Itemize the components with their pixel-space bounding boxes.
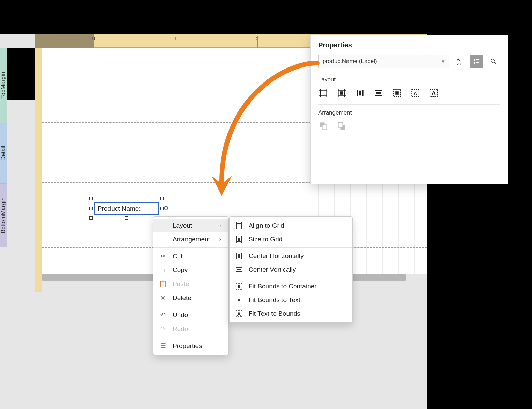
- resize-handle-nw[interactable]: [89, 197, 93, 200]
- fit-bounds-to-text-icon: A: [235, 297, 243, 303]
- menu-label: Fit Bounds to Container: [249, 283, 317, 290]
- menu-label: Paste: [173, 280, 189, 288]
- submenu-fit-bounds-to-container[interactable]: Fit Bounds to Container: [230, 279, 352, 293]
- selected-label[interactable]: Product Name: ⚙: [94, 202, 159, 215]
- layout-tools-row: A A: [318, 88, 500, 98]
- chevron-down-icon: ▾: [442, 58, 445, 65]
- bring-to-front-button[interactable]: [318, 121, 328, 131]
- menu-label: Center Horizontally: [249, 252, 304, 260]
- svg-rect-25: [376, 92, 381, 94]
- menu-separator: [230, 278, 352, 278]
- submenu-center-vertically[interactable]: Center Vertically: [230, 263, 352, 276]
- menu-separator: [153, 337, 228, 337]
- menu-item-layout[interactable]: Layout ›: [153, 219, 228, 232]
- resize-handle-ne[interactable]: [160, 197, 164, 200]
- svg-rect-0: [238, 238, 240, 241]
- svg-rect-2: [241, 253, 242, 259]
- svg-text:A: A: [238, 298, 241, 303]
- band-top-margin[interactable]: TopMargin: [0, 48, 7, 123]
- vertical-ruler[interactable]: [35, 48, 42, 292]
- fit-bounds-to-container-icon: [235, 283, 243, 290]
- menu-label: Copy: [173, 266, 188, 274]
- svg-rect-15: [476, 59, 479, 60]
- sort-alpha-button[interactable]: AZ↓: [453, 55, 466, 68]
- svg-rect-3: [238, 254, 240, 258]
- fit-text-to-bounds-button[interactable]: A: [429, 88, 439, 98]
- menu-label: Arrangement: [173, 236, 210, 243]
- menu-item-properties[interactable]: ☰Properties: [153, 339, 228, 353]
- properties-title: Properties: [318, 41, 500, 49]
- dropdown-value: productName (Label): [323, 58, 377, 65]
- menu-label: Undo: [173, 311, 188, 319]
- resize-handle-w[interactable]: [89, 207, 93, 210]
- svg-rect-22: [359, 91, 361, 95]
- svg-text:A: A: [432, 90, 436, 97]
- svg-rect-8: [238, 285, 240, 288]
- menu-item-copy[interactable]: ⧉Copy: [153, 263, 228, 277]
- section-arrangement-title: Arrangement: [318, 109, 500, 116]
- svg-rect-1: [236, 253, 237, 259]
- align-to-grid-button[interactable]: [318, 88, 328, 98]
- menu-label: Align to Grid: [249, 222, 284, 229]
- band-headers: TopMargin Detail BottomMargin: [0, 48, 35, 247]
- menu-label: Properties: [173, 342, 202, 350]
- menu-label: Redo: [173, 325, 188, 333]
- menu-separator: [153, 247, 228, 248]
- properties-icon: ☰: [159, 342, 167, 350]
- svg-rect-14: [474, 62, 475, 64]
- menu-item-arrangement[interactable]: Arrangement ›: [153, 232, 228, 246]
- sort-az-icon: AZ↓: [457, 57, 462, 66]
- menu-label: Cut: [173, 253, 183, 260]
- menu-label: Size to Grid: [249, 236, 282, 243]
- menu-item-cut[interactable]: ✂Cut: [153, 249, 228, 263]
- search-button[interactable]: [487, 55, 500, 68]
- chevron-right-icon: ›: [219, 236, 221, 242]
- send-to-back-button[interactable]: [337, 121, 347, 131]
- gear-icon[interactable]: ⚙: [163, 204, 169, 212]
- svg-rect-19: [340, 91, 343, 95]
- submenu-fit-text-to-bounds[interactable]: A Fit Text to Bounds: [230, 307, 352, 320]
- submenu-fit-bounds-to-text[interactable]: A Fit Bounds to Text: [230, 293, 352, 307]
- selected-label-text: Product Name:: [98, 205, 141, 212]
- fit-bounds-to-container-button[interactable]: [392, 88, 402, 98]
- align-to-grid-icon: [235, 222, 243, 229]
- menu-separator: [230, 247, 352, 248]
- svg-rect-5: [236, 271, 242, 272]
- fit-text-to-bounds-icon: A: [235, 310, 243, 317]
- size-to-grid-button[interactable]: [337, 88, 347, 98]
- arrangement-tools-row: [318, 121, 500, 131]
- menu-label: Center Vertically: [249, 266, 296, 273]
- resize-handle-s[interactable]: [125, 216, 128, 220]
- svg-rect-24: [375, 95, 382, 96]
- layout-submenu: Align to Grid Size to Grid Center Horizo…: [229, 216, 353, 323]
- band-detail[interactable]: Detail: [0, 123, 7, 183]
- svg-rect-6: [237, 269, 241, 270]
- resize-handle-n[interactable]: [125, 197, 128, 200]
- fit-bounds-to-text-button[interactable]: A: [410, 88, 420, 98]
- submenu-center-horizontally[interactable]: Center Horizontally: [230, 249, 352, 263]
- band-bottom-margin[interactable]: BottomMargin: [0, 183, 7, 247]
- svg-rect-16: [476, 62, 479, 63]
- menu-item-redo: ↷Redo: [153, 322, 228, 336]
- svg-rect-33: [322, 125, 327, 130]
- center-horizontally-button[interactable]: [355, 88, 365, 98]
- size-to-grid-icon: [235, 236, 243, 243]
- resize-handle-sw[interactable]: [89, 216, 93, 220]
- copy-icon: ⧉: [159, 266, 167, 274]
- chevron-right-icon: ›: [219, 223, 221, 229]
- submenu-size-to-grid[interactable]: Size to Grid: [230, 232, 352, 246]
- paste-icon: 📋: [159, 280, 167, 288]
- ruler-origin-dead: [35, 34, 94, 48]
- svg-text:A: A: [237, 311, 241, 317]
- svg-text:A: A: [414, 91, 417, 96]
- category-view-button[interactable]: [470, 55, 483, 68]
- menu-label: Delete: [173, 294, 191, 302]
- menu-item-undo[interactable]: ↶Undo: [153, 308, 228, 322]
- element-selector-dropdown[interactable]: productName (Label) ▾: [318, 55, 449, 68]
- svg-rect-13: [474, 59, 475, 61]
- submenu-align-to-grid[interactable]: Align to Grid: [230, 219, 352, 232]
- menu-item-delete[interactable]: ✕Delete: [153, 291, 228, 305]
- svg-rect-21: [362, 90, 364, 96]
- center-vertically-button[interactable]: [373, 88, 384, 98]
- svg-rect-35: [338, 122, 343, 127]
